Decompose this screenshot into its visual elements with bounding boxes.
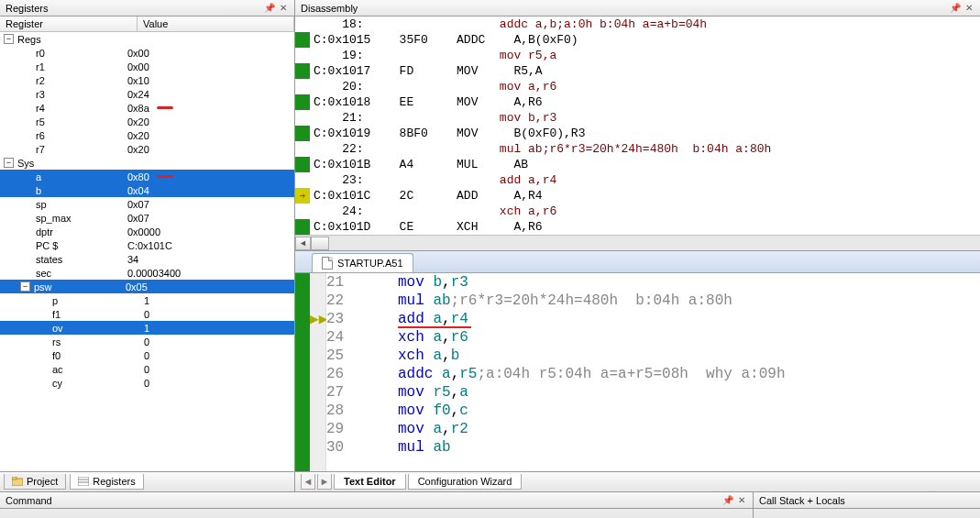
editor-body[interactable]: ▶▶ 21222324252627282930 mov b,r3mul ab;r… bbox=[295, 273, 980, 471]
register-row[interactable]: ⋯r40x8a bbox=[0, 101, 294, 115]
code-line[interactable]: mul ab bbox=[398, 438, 980, 457]
collapse-icon[interactable]: − bbox=[20, 281, 30, 292]
disasm-row[interactable]: 23: add a,r4 bbox=[295, 172, 980, 188]
disasm-row[interactable]: C:0x1018 EE MOV A,R6 bbox=[295, 94, 980, 110]
command-pane-title: Command 📌 ✕ bbox=[0, 492, 753, 509]
close-icon[interactable]: ✕ bbox=[278, 3, 289, 14]
disasm-row[interactable]: C:0x1015 35F0 ADDC A,B(0xF0) bbox=[295, 32, 980, 48]
register-value: 0 bbox=[144, 336, 149, 347]
disasm-row[interactable]: C:0x1017 FD MOV R5,A bbox=[295, 63, 980, 79]
register-row[interactable]: ⋯sp_max0x07 bbox=[0, 211, 294, 225]
register-row[interactable]: ⋯b0x04 bbox=[0, 183, 294, 197]
register-name: PC $ bbox=[36, 240, 127, 251]
register-row[interactable]: ⋯p1 bbox=[0, 293, 294, 307]
code-line[interactable]: mov r5,a bbox=[398, 383, 980, 402]
register-name: r2 bbox=[36, 75, 127, 86]
register-row[interactable]: ⋯rs0 bbox=[0, 335, 294, 348]
scroll-left-icon[interactable]: ◄ bbox=[295, 237, 311, 250]
close-icon[interactable]: ✕ bbox=[736, 495, 747, 506]
register-row[interactable]: ⋯r10x00 bbox=[0, 60, 294, 73]
editor-bottom-tabs: ◄ ► Text Editor Configuration Wizard bbox=[295, 471, 980, 491]
tab-text-editor[interactable]: Text Editor bbox=[334, 474, 406, 490]
tab-nav-prev[interactable]: ◄ bbox=[301, 474, 315, 490]
disassembly-listing[interactable]: 18: addc a,b;a:0h b:04h a=a+b=04hC:0x101… bbox=[295, 17, 980, 235]
line-number: 30 bbox=[326, 438, 365, 457]
project-icon bbox=[12, 477, 23, 486]
register-name: psw bbox=[34, 281, 126, 292]
register-name: sp bbox=[36, 199, 127, 210]
editor-tabs: STARTUP.A51 bbox=[295, 251, 980, 273]
disasm-row[interactable]: C:0x101B A4 MUL AB bbox=[295, 157, 980, 172]
highlight-mark bbox=[157, 106, 173, 109]
register-name: f1 bbox=[52, 309, 144, 320]
code-line[interactable]: xch a,r6 bbox=[398, 328, 980, 347]
register-value: 0 bbox=[144, 350, 149, 361]
register-row[interactable]: ⋯sec0.00003400 bbox=[0, 266, 294, 280]
tab-config-wizard[interactable]: Configuration Wizard bbox=[408, 474, 523, 490]
code-line[interactable]: add a,r4 bbox=[398, 310, 980, 328]
register-value: 0x20 bbox=[127, 116, 149, 127]
collapse-icon[interactable]: − bbox=[4, 34, 14, 44]
disasm-row[interactable]: 24: xch a,r6 bbox=[295, 204, 980, 219]
register-value: 0x8a bbox=[127, 103, 149, 114]
register-row[interactable]: ⋯states34 bbox=[0, 252, 294, 266]
code-line[interactable]: addc a,r5;a:04h r5:04h a=a+r5=08h why a:… bbox=[398, 365, 980, 383]
pin-icon[interactable]: 📌 bbox=[264, 3, 275, 14]
close-icon[interactable]: ✕ bbox=[963, 3, 974, 14]
register-row[interactable]: ⋯ov1 bbox=[0, 321, 294, 335]
register-row[interactable]: ⋯PC $C:0x101C bbox=[0, 238, 294, 252]
editor-tab-startup[interactable]: STARTUP.A51 bbox=[312, 253, 413, 272]
pin-icon[interactable]: 📌 bbox=[950, 3, 961, 14]
register-name: cy bbox=[52, 378, 144, 389]
register-row[interactable]: ⋯f10 bbox=[0, 307, 294, 321]
line-number: 27 bbox=[326, 383, 365, 402]
register-row[interactable]: −Regs bbox=[0, 32, 294, 46]
register-row[interactable]: ⋯cy0 bbox=[0, 376, 294, 390]
register-row[interactable]: ⋯r50x20 bbox=[0, 115, 294, 128]
register-value: 0x00 bbox=[127, 48, 149, 59]
disasm-row[interactable]: 18: addc a,b;a:0h b:04h a=a+b=04h bbox=[295, 17, 980, 32]
register-row[interactable]: ⋯a0x80 bbox=[0, 170, 294, 183]
register-name: f0 bbox=[52, 350, 144, 361]
register-row[interactable]: ⋯r00x00 bbox=[0, 46, 294, 60]
register-name: r4 bbox=[36, 103, 127, 114]
code-line[interactable]: mov a,r2 bbox=[398, 420, 980, 438]
pin-icon[interactable]: 📌 bbox=[722, 495, 733, 506]
register-row[interactable]: ⋯f00 bbox=[0, 348, 294, 362]
register-row[interactable]: ⋯r70x20 bbox=[0, 142, 294, 156]
register-name: Sys bbox=[17, 158, 109, 169]
register-tree[interactable]: −Regs⋯r00x00⋯r10x00⋯r20x10⋯r30x24⋯r40x8a… bbox=[0, 32, 294, 471]
disasm-row[interactable]: 21: mov b,r3 bbox=[295, 110, 980, 126]
svg-rect-1 bbox=[12, 477, 17, 479]
code-line[interactable]: mov b,r3 bbox=[398, 273, 980, 292]
col-value[interactable]: Value bbox=[138, 17, 294, 31]
register-row[interactable]: ⋯r60x20 bbox=[0, 128, 294, 142]
register-row[interactable]: ⋯dptr0x0000 bbox=[0, 225, 294, 238]
register-row[interactable]: −psw0x05 bbox=[0, 280, 294, 293]
disasm-hscroll[interactable]: ◄ bbox=[295, 235, 980, 250]
disasm-row[interactable]: C:0x101D CE XCH A,R6 bbox=[295, 219, 980, 235]
disasm-row[interactable]: ➔C:0x101C 2C ADD A,R4 bbox=[295, 188, 980, 204]
disasm-row[interactable]: 19: mov r5,a bbox=[295, 48, 980, 63]
register-row[interactable]: −Sys bbox=[0, 156, 294, 170]
collapse-icon[interactable]: − bbox=[4, 158, 14, 168]
left-tabs: Project Registers bbox=[0, 471, 294, 491]
tab-registers[interactable]: Registers bbox=[70, 474, 143, 490]
code-line[interactable]: mul ab;r6*r3=20h*24h=480h b:04h a:80h bbox=[398, 292, 980, 310]
file-icon bbox=[322, 257, 333, 270]
tab-nav-next[interactable]: ► bbox=[317, 474, 332, 490]
tab-project[interactable]: Project bbox=[4, 474, 66, 490]
register-row[interactable]: ⋯r30x24 bbox=[0, 87, 294, 101]
register-row[interactable]: ⋯sp0x07 bbox=[0, 197, 294, 211]
register-row[interactable]: ⋯ac0 bbox=[0, 362, 294, 376]
register-row[interactable]: ⋯r20x10 bbox=[0, 73, 294, 87]
register-value: 0 bbox=[144, 378, 149, 389]
disasm-row[interactable]: 20: mov a,r6 bbox=[295, 79, 980, 94]
code-line[interactable]: mov f0,c bbox=[398, 402, 980, 420]
disasm-row[interactable]: C:0x1019 8BF0 MOV B(0xF0),R3 bbox=[295, 126, 980, 141]
scroll-thumb[interactable] bbox=[311, 237, 329, 250]
code-line[interactable]: xch a,b bbox=[398, 347, 980, 365]
register-value: 0x80 bbox=[127, 171, 149, 182]
disasm-row[interactable]: 22: mul ab;r6*r3=20h*24h=480h b:04h a:80… bbox=[295, 141, 980, 157]
col-register[interactable]: Register bbox=[0, 17, 138, 31]
